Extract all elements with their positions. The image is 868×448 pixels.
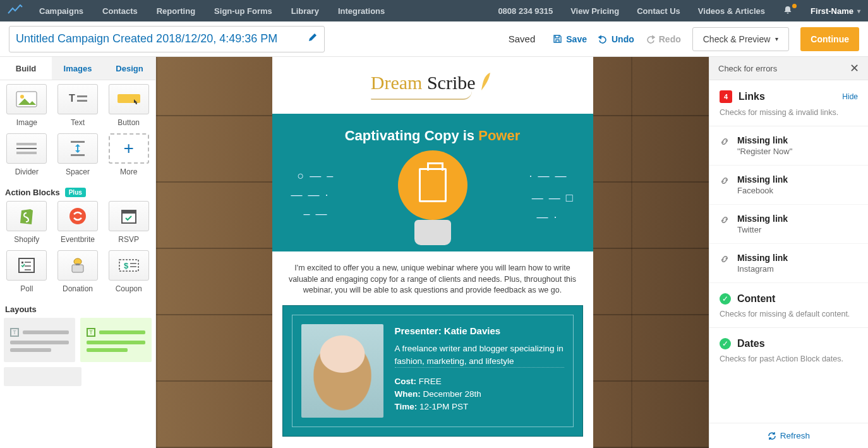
nav-library[interactable]: Library: [291, 6, 319, 16]
block-divider[interactable]: Divider: [4, 133, 50, 176]
nav-integrations[interactable]: Integrations: [338, 6, 385, 16]
link-icon: [720, 136, 730, 148]
action-eventbrite[interactable]: Eventbrite: [55, 201, 101, 244]
action-poll[interactable]: Poll: [4, 250, 50, 293]
button-icon: [116, 92, 142, 107]
undo-button[interactable]: Undo: [598, 34, 634, 44]
svg-rect-4: [77, 100, 87, 102]
decoration-icon: – —: [304, 207, 329, 221]
refresh-icon: [768, 432, 776, 440]
link-issue-item[interactable]: Missing linkInstagram: [709, 244, 868, 283]
email-logo-block[interactable]: Dream Scribe: [272, 57, 593, 114]
layout-option-2[interactable]: T: [80, 318, 152, 362]
action-blocks-header: Action Blocks Plus: [4, 184, 152, 201]
plus-badge: Plus: [65, 188, 86, 197]
image-icon: [16, 91, 37, 107]
block-button-label: Button: [118, 118, 140, 127]
eventbrite-icon: [68, 207, 87, 226]
tab-design[interactable]: Design: [104, 57, 155, 80]
email-presenter-block[interactable]: Presenter: Katie Davies A freelance writ…: [282, 305, 583, 437]
action-donation[interactable]: Donation: [55, 250, 101, 293]
user-menu[interactable]: First-Name ▾: [811, 6, 860, 16]
issue-title: Missing link: [737, 214, 788, 224]
issue-target: Instagram: [737, 264, 788, 274]
redo-button[interactable]: Redo: [646, 34, 681, 44]
refresh-button[interactable]: Refresh: [709, 423, 868, 448]
nav-signup-forms[interactable]: Sign-up Forms: [214, 6, 272, 16]
top-navbar: Campaigns Contacts Reporting Sign-up For…: [0, 0, 868, 21]
top-nav-secondary: 0808 234 9315 View Pricing Contact Us Vi…: [498, 5, 860, 17]
issue-target: Twitter: [737, 225, 788, 234]
nav-pricing[interactable]: View Pricing: [570, 6, 619, 16]
layout-option-1[interactable]: T: [4, 318, 75, 362]
calendar-icon: [120, 207, 138, 225]
decoration-icon: — — ·: [291, 188, 330, 202]
svg-text:T: T: [69, 93, 75, 104]
hide-links-toggle[interactable]: Hide: [842, 92, 858, 101]
brand-logo[interactable]: [8, 4, 23, 17]
undo-label: Undo: [612, 34, 634, 44]
editor-mode-tabs: Build Images Design: [0, 57, 155, 80]
block-image[interactable]: Image: [4, 84, 50, 127]
hero-text-b: Power: [478, 128, 520, 143]
tab-build[interactable]: Build: [0, 57, 52, 80]
svg-rect-10: [71, 154, 85, 156]
email-hero-block[interactable]: Captivating Copy is Power ○ — – — — · – …: [272, 114, 593, 251]
save-label: Save: [566, 34, 587, 44]
block-more-label: More: [120, 167, 137, 176]
block-spacer[interactable]: Spacer: [55, 133, 101, 176]
svg-rect-9: [71, 141, 85, 143]
dates-title: Dates: [737, 338, 858, 349]
svg-point-11: [69, 208, 86, 224]
svg-rect-3: [77, 95, 87, 97]
links-subtitle: Checks for missing & invalid links.: [720, 108, 858, 117]
editor-canvas[interactable]: Dream Scribe Captivating Copy is Power ○…: [156, 57, 709, 448]
redo-label: Redo: [659, 34, 681, 44]
close-icon[interactable]: ✕: [850, 61, 859, 75]
block-spacer-label: Spacer: [66, 167, 90, 176]
decoration-icon: ○ — –: [298, 169, 335, 183]
nav-contacts[interactable]: Contacts: [102, 6, 138, 16]
nav-videos[interactable]: Videos & Articles: [698, 6, 765, 16]
user-name: First-Name: [811, 6, 853, 16]
support-phone: 0808 234 9315: [498, 6, 553, 16]
save-button[interactable]: Save: [553, 34, 587, 44]
action-rsvp[interactable]: RSVP: [105, 201, 152, 244]
svg-rect-18: [76, 263, 80, 265]
campaign-title-input[interactable]: Untitled Campaign Created 2018/12/20, 4:…: [9, 26, 325, 52]
action-poll-label: Poll: [20, 284, 33, 293]
presenter-desc: A freelance writer and blogger specializ…: [395, 342, 564, 368]
continue-label: Continue: [811, 34, 849, 44]
svg-rect-19: [119, 260, 138, 271]
notifications-bell-icon[interactable]: [783, 5, 793, 17]
continue-button[interactable]: Continue: [800, 27, 859, 51]
refresh-label: Refresh: [780, 431, 810, 440]
coupon-icon: $: [118, 257, 140, 274]
action-shopify-label: Shopify: [14, 235, 39, 244]
nav-contact-us[interactable]: Contact Us: [637, 6, 680, 16]
when-value: December 28th: [421, 389, 481, 399]
nav-reporting[interactable]: Reporting: [157, 6, 195, 16]
shopify-icon: [18, 207, 35, 226]
block-text[interactable]: T Text: [55, 84, 101, 127]
action-coupon[interactable]: $ Coupon: [105, 250, 152, 293]
email-body-text[interactable]: I'm excited to offer you a new, unique w…: [272, 251, 593, 305]
tab-images[interactable]: Images: [52, 57, 104, 80]
layout-option-3[interactable]: [4, 367, 81, 386]
email-preview[interactable]: Dream Scribe Captivating Copy is Power ○…: [272, 57, 593, 448]
check-preview-button[interactable]: Check & Preview ▾: [692, 27, 790, 51]
plus-icon: +: [123, 138, 133, 159]
divider-icon: [15, 141, 38, 156]
link-issue-item[interactable]: Missing link"Register Now": [709, 126, 868, 166]
chevron-down-icon: ▾: [775, 35, 778, 42]
link-issue-item[interactable]: Missing linkFacebook: [709, 166, 868, 205]
link-issue-item[interactable]: Missing linkTwitter: [709, 205, 868, 244]
issue-title: Missing link: [737, 174, 788, 185]
pencil-icon[interactable]: [308, 32, 318, 45]
action-shopify[interactable]: Shopify: [4, 201, 50, 244]
nav-campaigns[interactable]: Campaigns: [39, 6, 83, 16]
block-button[interactable]: Button: [105, 84, 152, 127]
block-more[interactable]: + More: [105, 133, 152, 176]
layouts-header: Layouts: [4, 301, 152, 318]
svg-rect-17: [72, 265, 83, 272]
